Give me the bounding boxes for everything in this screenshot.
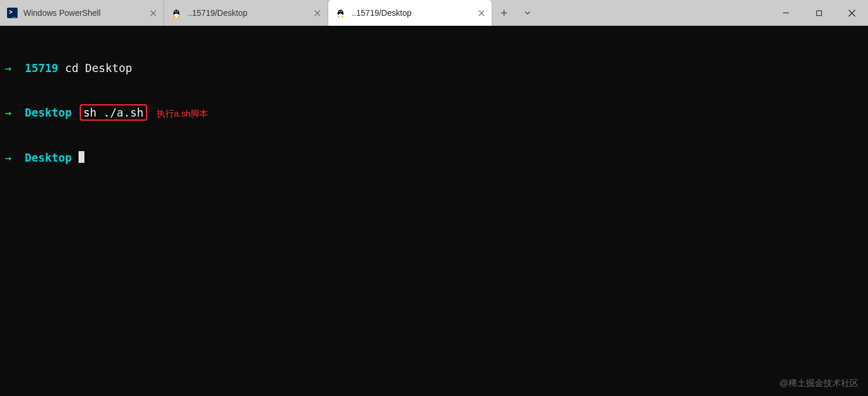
svg-point-18: [338, 16, 340, 18]
tux-icon: [335, 8, 346, 18]
svg-point-9: [177, 16, 179, 18]
tab-desktop-1[interactable]: ..15719/Desktop: [164, 0, 328, 26]
svg-point-7: [177, 12, 178, 12]
prompt-arrow: →: [5, 61, 11, 75]
text-cursor: [79, 151, 84, 163]
tab-desktop-2[interactable]: ..15719/Desktop: [328, 0, 492, 26]
powershell-icon: [7, 8, 18, 18]
svg-point-19: [341, 16, 343, 18]
tab-close-button[interactable]: [312, 8, 322, 18]
terminal-line: → 15719 cd Desktop: [5, 61, 863, 75]
command-text: cd Desktop: [65, 61, 132, 75]
svg-point-16: [339, 12, 340, 12]
tab-dropdown-button[interactable]: [516, 0, 539, 26]
tab-close-button[interactable]: [148, 8, 158, 18]
prompt-cwd: Desktop: [25, 151, 72, 165]
watermark-text: @稀土掘金技术社区: [780, 376, 859, 390]
close-window-button[interactable]: [835, 0, 868, 26]
tux-icon: [171, 8, 182, 18]
tab-powershell[interactable]: Windows PowerShell: [0, 0, 164, 26]
prompt-arrow: →: [5, 151, 11, 165]
tab-close-button[interactable]: [476, 8, 486, 18]
tab-label: ..15719/Desktop: [188, 8, 307, 18]
tab-strip: Windows PowerShell ..15719/Desktop ..157…: [0, 0, 492, 26]
terminal-line: → Desktop sh ./a.sh执行a.sh脚本: [5, 104, 863, 121]
maximize-button[interactable]: [802, 0, 835, 26]
tab-label: ..15719/Desktop: [352, 8, 471, 18]
svg-point-17: [341, 12, 342, 12]
tab-actions: [492, 0, 539, 26]
terminal-line: → Desktop: [5, 150, 863, 165]
minimize-button[interactable]: [770, 0, 802, 26]
terminal-pane[interactable]: → 15719 cd Desktop → Desktop sh ./a.sh执行…: [0, 26, 868, 396]
prompt-cwd: 15719: [25, 61, 58, 75]
tab-label: Windows PowerShell: [23, 8, 142, 18]
svg-point-8: [173, 16, 176, 18]
prompt-cwd: Desktop: [25, 105, 72, 120]
prompt-arrow: →: [5, 105, 11, 120]
command-highlighted: sh ./a.sh: [80, 104, 147, 121]
window-controls: [770, 0, 868, 26]
annotation-text: 执行a.sh脚本: [156, 107, 208, 121]
title-bar: Windows PowerShell ..15719/Desktop ..157…: [0, 0, 868, 26]
svg-point-6: [175, 12, 176, 12]
svg-rect-25: [816, 11, 821, 15]
new-tab-button[interactable]: [492, 0, 516, 26]
